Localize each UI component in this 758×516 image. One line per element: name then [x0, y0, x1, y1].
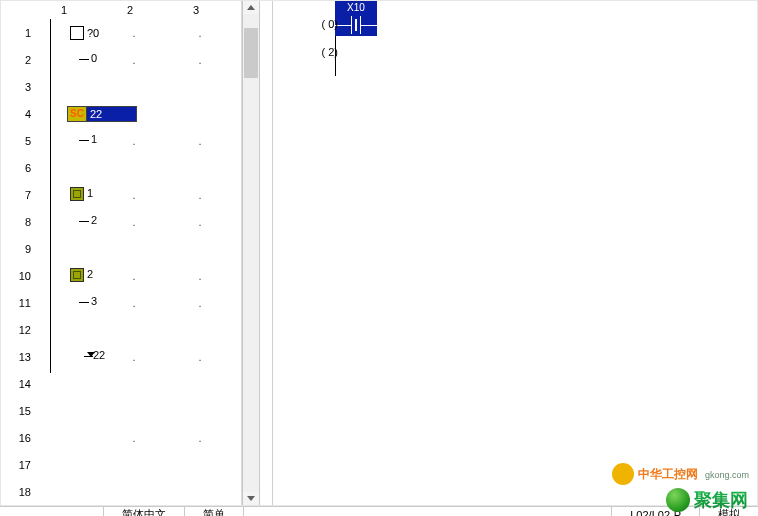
pane-splitter[interactable]	[260, 1, 273, 505]
rising-pulse-contact-icon	[347, 16, 365, 34]
grid-row[interactable]: 16 . .	[1, 424, 241, 451]
grid-row[interactable]: 14	[1, 370, 241, 397]
gear-icon	[612, 463, 634, 485]
grid-row[interactable]: 3	[1, 73, 241, 100]
grid-row[interactable]: 4 SC 22	[1, 100, 241, 127]
left-scrollbar[interactable]	[242, 1, 260, 505]
app-root: 1 2 3 1 ?0 . . 2 0 .	[0, 0, 758, 516]
scroll-down-button[interactable]	[243, 492, 259, 505]
rung-number: ( 0)	[283, 18, 344, 30]
grid-row[interactable]: 9	[1, 235, 241, 262]
status-simulation: 模拟	[700, 507, 758, 516]
grid-body[interactable]: 1 ?0 . . 2 0 . . 3	[1, 19, 241, 505]
grid-row[interactable]: 17	[1, 451, 241, 478]
column-headers: 1 2 3	[1, 1, 241, 19]
rung-number: ( 2)	[283, 46, 344, 58]
scroll-up-button[interactable]	[243, 1, 259, 14]
grid-row[interactable]: 12	[1, 316, 241, 343]
grid-row[interactable]: 2 0 . .	[1, 46, 241, 73]
col-header-3: 3	[163, 4, 229, 16]
grid-row[interactable]: 15	[1, 397, 241, 424]
initial-step-icon[interactable]	[70, 26, 84, 40]
grid-row[interactable]: 7 1 . .	[1, 181, 241, 208]
status-language: 简体中文	[104, 507, 185, 516]
col-header-1: 1	[31, 4, 97, 16]
status-bar: 简体中文 简单 L02/L02-P 模拟	[0, 506, 758, 516]
grid-row[interactable]: 10 2 . .	[1, 262, 241, 289]
grid-row[interactable]: 1 ?0 . .	[1, 19, 241, 46]
main-area: 1 2 3 1 ?0 . . 2 0 .	[0, 0, 758, 506]
grid-row[interactable]: 18	[1, 478, 241, 505]
watermark-gkong: 中华工控网 gkong.com	[612, 463, 749, 485]
grid-row[interactable]: 13 22 . .	[1, 343, 241, 370]
status-mode: 简单	[185, 507, 244, 516]
step-block-icon[interactable]	[70, 187, 84, 201]
grid-row[interactable]: 5 1 . .	[1, 127, 241, 154]
scroll-thumb[interactable]	[244, 28, 258, 78]
sfc-grid-pane[interactable]: 1 2 3 1 ?0 . . 2 0 .	[1, 1, 242, 505]
grid-row[interactable]: 6	[1, 154, 241, 181]
col-header-2: 2	[97, 4, 163, 16]
grid-row[interactable]: 11 3 . .	[1, 289, 241, 316]
status-plc-model: L02/L02-P	[611, 507, 700, 516]
ladder-pane[interactable]: X10 ( 0) ( 2) 中华工控网	[273, 1, 757, 505]
step-block-icon[interactable]	[70, 268, 84, 282]
grid-row[interactable]: 8 2 . .	[1, 208, 241, 235]
sc-label-icon: SC	[67, 106, 87, 122]
